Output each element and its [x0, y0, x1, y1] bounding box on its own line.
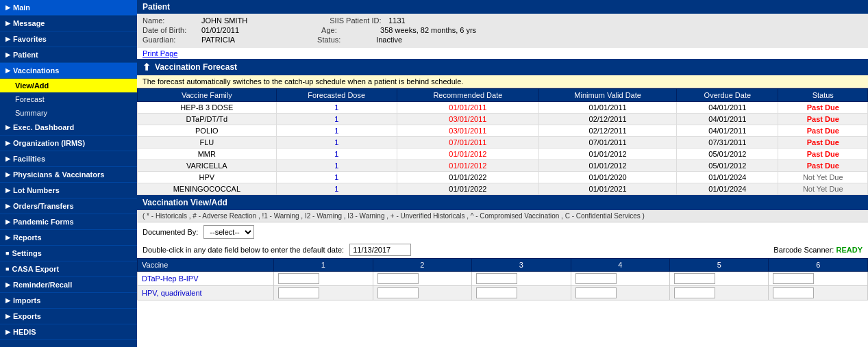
col-minimum-valid-date: Minimum Valid Date	[538, 89, 676, 102]
forecasted-dose-cell: 1	[276, 137, 397, 149]
arrow-icon: ▶	[5, 297, 10, 304]
sidebar-item-facilities[interactable]: ▶ Facilities	[0, 151, 137, 167]
arrow-icon: ▶	[5, 4, 10, 11]
minimum-valid-date-cell: 07/01/2011	[538, 137, 676, 149]
sidebar-item-label: Reports	[13, 233, 42, 242]
overdue-date-cell: 05/01/2012	[677, 160, 778, 172]
forecast-row: DTaP/DT/Td 1 03/01/2011 02/12/2011 04/01…	[138, 114, 868, 125]
arrow-icon: ▶	[5, 36, 10, 42]
col-vaccine-family: Vaccine Family	[138, 89, 277, 102]
documented-by-select[interactable]: --select--	[203, 225, 254, 239]
sidebar-item-casa-export[interactable]: ■ CASA Export	[0, 261, 137, 277]
dose-input-6[interactable]	[773, 287, 814, 298]
sidebar-item-reminder-recall[interactable]: ▶ Reminder/Recall	[0, 277, 137, 293]
sidebar-subitem-viewadd[interactable]: View/Add	[0, 79, 137, 92]
sidebar-item-settings[interactable]: ■ Settings	[0, 246, 137, 261]
subitem-label: View/Add	[15, 81, 49, 90]
sidebar-item-label: Pandemic Forms	[13, 218, 74, 226]
documented-row: Documented By: --select--	[137, 222, 868, 242]
vaccine-name-cell: DTaP-Hep B-IPV	[138, 272, 274, 286]
col-dose-2: 2	[373, 259, 471, 272]
barcode-status: Barcode Scanner: READY	[773, 246, 863, 254]
documented-label: Documented By:	[142, 228, 198, 236]
patient-status-label: Status:	[317, 36, 372, 44]
arrow-icon: ▶	[5, 67, 10, 74]
patient-siis-field: SIIS Patient ID: 1131	[330, 16, 405, 25]
forecasted-dose-cell: 1	[276, 114, 397, 125]
patient-info-panel: Name: JOHN SMITH SIIS Patient ID: 1131 D…	[137, 14, 868, 48]
sidebar-item-physicians[interactable]: ▶ Physicians & Vaccinators	[0, 167, 137, 183]
col-forecasted-dose: Forecasted Dose	[276, 89, 397, 102]
dose-input-1[interactable]	[278, 273, 319, 284]
print-page-link[interactable]: Print Page	[137, 48, 868, 59]
vaccine-family-cell: VARICELLA	[138, 160, 277, 172]
sidebar-item-favorites[interactable]: ▶ Favorites	[0, 31, 137, 47]
col-dose-4: 4	[571, 259, 669, 272]
patient-name-value: JOHN SMITH	[201, 16, 247, 25]
sidebar-item-patient[interactable]: ▶ Patient	[0, 47, 137, 63]
sidebar-item-imports[interactable]: ▶ Imports	[0, 293, 137, 309]
dose-input-4[interactable]	[575, 273, 617, 284]
status-cell: Past Due	[778, 149, 868, 160]
sidebar-subitem-summary[interactable]: Summary	[0, 106, 137, 120]
arrow-icon: ■	[5, 266, 9, 272]
patient-status-field: Status: Inactive	[317, 36, 402, 44]
vaccine-family-cell: MMR	[138, 149, 277, 160]
sidebar-item-main[interactable]: ▶ Main	[0, 0, 137, 16]
forecast-row: MENINGOCOCCAL 1 01/01/2022 01/01/2021 01…	[138, 183, 868, 195]
dose-cell	[274, 286, 373, 300]
dose-input-3[interactable]	[476, 287, 517, 298]
minimum-valid-date-cell: 02/12/2011	[538, 114, 676, 125]
sidebar-item-exec-dashboard[interactable]: ▶ Exec. Dashboard	[0, 120, 137, 136]
sidebar-item-label: Orders/Transfers	[13, 202, 74, 210]
patient-status-value: Inactive	[376, 36, 402, 44]
patient-dob-value: 01/01/2011	[201, 26, 239, 34]
sidebar-item-hedis[interactable]: ▶ HEDIS	[0, 324, 137, 340]
dose-input-3[interactable]	[476, 273, 517, 284]
dose-input-2[interactable]	[377, 287, 419, 298]
sidebar-item-label: Lot Numbers	[13, 186, 60, 194]
dose-input-2[interactable]	[377, 273, 419, 284]
sidebar-item-label: Organization (IRMS)	[13, 139, 85, 147]
sidebar-item-label: Settings	[12, 249, 41, 257]
arrow-icon: ▶	[5, 171, 10, 178]
dose-input-6[interactable]	[773, 273, 814, 284]
recommended-date-cell: 01/01/2022	[397, 183, 538, 195]
sidebar-item-orders-transfers[interactable]: ▶ Orders/Transfers	[0, 198, 137, 214]
vaccine-header-row: Vaccine 1 2 3 4 5 6	[138, 259, 868, 272]
dose-cell	[274, 272, 373, 286]
sidebar-subitem-forecast[interactable]: Forecast	[0, 92, 137, 106]
arrow-icon: ■	[5, 250, 9, 257]
forecast-note: The forecast automatically switches to t…	[137, 75, 868, 88]
vaccine-family-cell: FLU	[138, 137, 277, 149]
dose-input-5[interactable]	[674, 287, 715, 298]
arrow-icon: ▶	[5, 281, 10, 288]
sidebar-item-message[interactable]: ▶ Message	[0, 16, 137, 31]
patient-age-field: Age: 358 weeks, 82 months, 6 yrs	[321, 26, 476, 34]
legend-bar: ( * - Historicals , # - Adverse Reaction…	[137, 210, 868, 222]
sidebar-item-label: Reminder/Recall	[13, 281, 72, 289]
sidebar-item-label: Exec. Dashboard	[13, 123, 74, 131]
recommended-date-cell: 01/01/2022	[397, 172, 538, 183]
sidebar-item-vaccinations[interactable]: ▶ Vaccinations	[0, 63, 137, 79]
default-date-input[interactable]	[349, 244, 411, 256]
patient-guardian-field: Guardian: PATRICIA	[142, 36, 235, 44]
col-overdue-date: Overdue Date	[677, 89, 778, 102]
recommended-date-cell: 03/01/2011	[397, 125, 538, 137]
minimum-valid-date-cell: 01/01/2012	[538, 160, 676, 172]
sidebar-item-organization[interactable]: ▶ Organization (IRMS)	[0, 136, 137, 151]
sidebar-item-lot-numbers[interactable]: ▶ Lot Numbers	[0, 183, 137, 198]
sidebar-item-label: HEDIS	[13, 328, 36, 336]
sidebar-item-label: Main	[13, 3, 30, 12]
arrow-icon: ▶	[5, 329, 10, 335]
patient-dob-field: Date of Birth: 01/01/2011	[142, 26, 239, 34]
patient-row-1: Name: JOHN SMITH SIIS Patient ID: 1131	[142, 16, 863, 25]
sidebar-item-pandemic-forms[interactable]: ▶ Pandemic Forms	[0, 214, 137, 230]
overdue-date-cell: 07/31/2011	[677, 137, 778, 149]
sidebar-item-exports[interactable]: ▶ Exports	[0, 309, 137, 324]
dose-input-5[interactable]	[674, 273, 715, 284]
dose-input-4[interactable]	[575, 287, 617, 298]
status-cell: Past Due	[778, 114, 868, 125]
dose-input-1[interactable]	[278, 287, 319, 298]
sidebar-item-reports[interactable]: ▶ Reports	[0, 230, 137, 246]
